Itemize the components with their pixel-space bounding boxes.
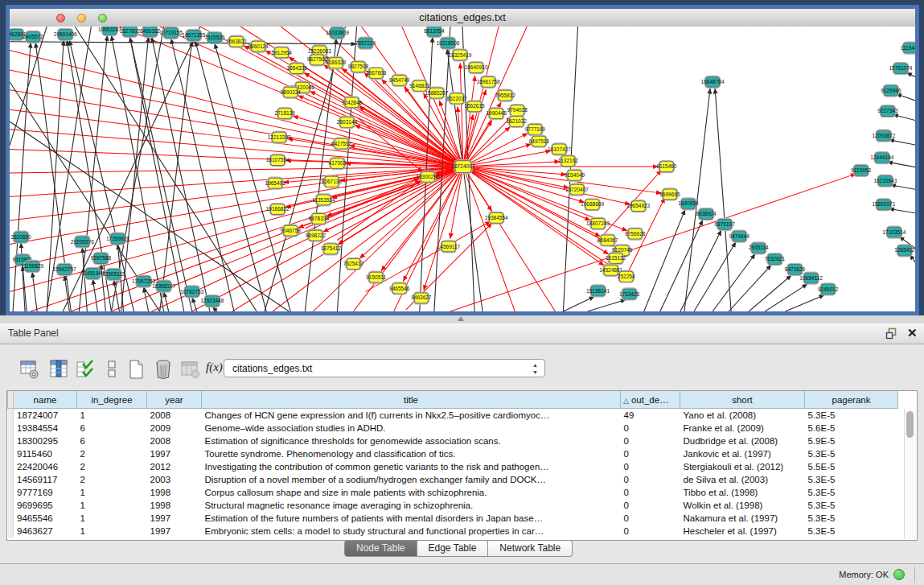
select-rows-icon[interactable] <box>76 359 97 380</box>
graph-node[interactable]: 9890334 <box>281 86 302 98</box>
graph-node[interactable]: 16107427 <box>548 143 571 155</box>
column-header-pagerank[interactable]: pagerank <box>805 391 898 409</box>
graph-node[interactable]: 9146821 <box>409 80 430 92</box>
tab-edge-table[interactable]: Edge Table <box>417 540 489 557</box>
graph-node[interactable]: 16648784 <box>701 76 725 88</box>
network-canvas[interactable]: 9462801240557220691406106532871527602646… <box>10 27 915 311</box>
graph-node[interactable]: 7625412 <box>343 258 364 270</box>
graph-node[interactable]: 16671355 <box>182 29 205 41</box>
graph-node[interactable]: 1621022 <box>507 116 528 128</box>
column-header-title[interactable]: title <box>202 391 621 409</box>
graph-node[interactable]: 1562615 <box>464 101 485 113</box>
graph-node[interactable]: 9115953 <box>851 165 871 177</box>
graph-node[interactable]: 9794028 <box>507 105 528 117</box>
graph-node[interactable]: 2803144 <box>337 117 358 129</box>
graph-node[interactable]: 9245012 <box>818 283 839 295</box>
graph-node[interactable]: 1640954 <box>678 198 699 210</box>
window-titlebar[interactable]: citations_edges.txt <box>10 9 915 27</box>
pivot-rows-icon[interactable] <box>101 359 122 380</box>
graph-node[interactable]: 17103514 <box>882 226 906 238</box>
graph-node[interactable]: 16782753 <box>180 286 203 298</box>
graph-node[interactable]: 417003 <box>329 158 347 170</box>
scrollbar-thumb[interactable] <box>906 411 914 438</box>
graph-node[interactable]: 7632621 <box>765 253 786 266</box>
table-row[interactable]: 969969511998Structural magnetic resonanc… <box>8 499 898 512</box>
graph-node[interactable]: 5912954 <box>272 47 293 59</box>
tab-node-table[interactable]: Node Table <box>344 540 417 557</box>
table-row[interactable]: 911546021997Tourette syndrome. Phenomeno… <box>8 447 898 460</box>
graph-node[interactable]: 9129946 <box>881 84 901 97</box>
graph-node[interactable]: 9115460 <box>656 161 676 173</box>
vertical-scrollbar[interactable] <box>904 409 916 539</box>
table-row[interactable]: 946362711997Embryonic stem cells: a mode… <box>8 525 898 538</box>
graph-node[interactable]: 9474444 <box>729 230 750 242</box>
graph-node[interactable]: 9397588 <box>91 253 112 265</box>
table-header-row[interactable]: namein_degreeyeartitle△out_de…shortpager… <box>8 391 898 409</box>
graph-node[interactable]: 15942757 <box>53 264 76 276</box>
graph-node[interactable]: 9463627 <box>411 292 432 304</box>
graph-node[interactable]: 1654335 <box>287 63 308 75</box>
graph-node[interactable]: 9465546 <box>389 282 410 295</box>
graph-node[interactable]: 9242848 <box>342 97 363 109</box>
graph-node[interactable]: 15885207 <box>425 87 448 99</box>
table-row[interactable]: 2242004622012Investigating the contribut… <box>8 460 898 473</box>
graph-node[interactable]: 252254 <box>618 270 635 282</box>
float-panel-icon[interactable] <box>885 328 898 340</box>
graph-node[interactable]: 12093872 <box>872 130 895 142</box>
new-table-icon[interactable] <box>125 359 146 380</box>
table-row[interactable]: 1456911722003Disruption of a novel membe… <box>8 473 898 486</box>
graph-node[interactable]: 18325419 <box>449 49 472 61</box>
graph-node[interactable]: 15751074 <box>889 63 912 75</box>
graph-node[interactable]: 6466162 <box>140 27 161 37</box>
splitter-handle[interactable] <box>458 316 464 321</box>
graph-node[interactable]: 8860124 <box>248 40 269 52</box>
graph-node[interactable]: 9699695 <box>659 188 680 200</box>
graph-node[interactable]: 19218506 <box>436 37 459 49</box>
graph-node[interactable]: 9154049 <box>565 169 585 181</box>
graph-node[interactable]: 6879197 <box>715 218 736 230</box>
graph-node[interactable]: 12444194 <box>870 152 893 164</box>
graph-node[interactable]: 18724007 <box>452 160 475 174</box>
graph-node[interactable]: 1615132 <box>606 253 626 265</box>
graph-node[interactable]: 7857224 <box>355 37 376 49</box>
graph-node[interactable]: 7663822 <box>226 35 247 47</box>
table-row[interactable]: 1830029562008Estimation of significance … <box>8 435 898 447</box>
graph-node[interactable]: 20206576 <box>71 236 94 248</box>
graph-node[interactable]: 9227343 <box>877 105 898 117</box>
graph-node[interactable]: 9756928 <box>625 228 646 240</box>
graph-node[interactable]: 9462801 <box>10 28 27 40</box>
graph-node[interactable]: 1990448 <box>486 108 507 120</box>
column-header-in-degree[interactable]: in_degree <box>77 391 147 409</box>
graph-node[interactable]: 9150511 <box>366 271 386 283</box>
graph-node[interactable]: 18807243 <box>586 217 610 229</box>
graph-node[interactable]: 1965493 <box>265 177 286 189</box>
graph-node[interactable]: 15136141 <box>586 285 610 297</box>
graph-node[interactable]: 8427552 <box>331 138 352 150</box>
graph-node[interactable]: 20691406 <box>54 28 77 40</box>
graph-node[interactable]: 9827506 <box>307 54 328 66</box>
graph-node[interactable]: 7955812 <box>495 89 516 101</box>
graph-node[interactable]: 8522037 <box>446 93 467 105</box>
graph-node[interactable]: 8186328 <box>326 57 347 69</box>
graph-node[interactable]: 1733426 <box>619 288 640 300</box>
table-row[interactable]: 977716911998Corpus callosum shape and si… <box>8 486 898 499</box>
graph-node[interactable]: 16640910 <box>465 62 488 74</box>
graph-node[interactable]: 10688609 <box>581 199 604 211</box>
graph-node[interactable]: 14569117 <box>437 241 461 253</box>
graph-node[interactable]: 7515526 <box>204 31 225 43</box>
graph-node[interactable]: 1527602 <box>120 27 141 37</box>
graph-node[interactable]: 6497518 <box>529 135 550 147</box>
graph-node[interactable]: 9684067 <box>598 234 618 246</box>
graph-node[interactable]: 12213393 <box>268 131 291 143</box>
graph-node[interactable]: 19654923 <box>626 200 650 212</box>
table-row[interactable]: 1872400712008Changes of HCN gene express… <box>8 409 898 422</box>
graph-node[interactable]: 16961758 <box>477 76 500 88</box>
graph-node[interactable]: 9046758 <box>281 225 302 237</box>
graph-node[interactable]: 1115448 <box>901 42 915 54</box>
graph-node[interactable]: 10654112 <box>799 272 823 284</box>
graph-node[interactable]: 8878334 <box>309 213 330 225</box>
graph-node[interactable]: 2935114 <box>749 242 769 254</box>
close-panel-icon[interactable]: ✕ <box>907 326 918 340</box>
graph-node[interactable]: 8938924 <box>696 208 717 220</box>
column-header-name[interactable]: name <box>14 391 77 409</box>
